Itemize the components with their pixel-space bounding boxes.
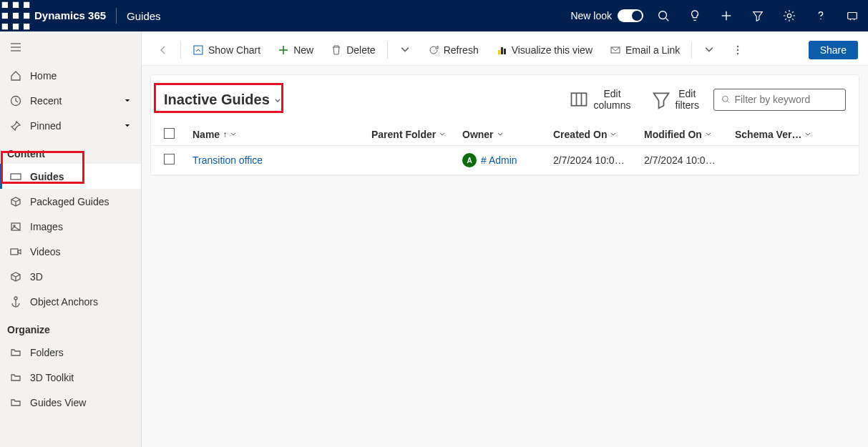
folder-icon (10, 397, 21, 408)
main-content: Show Chart New Delete Refresh Visualize … (142, 31, 868, 447)
app-launcher-icon[interactable] (0, 0, 31, 31)
sidebar: Home Recent Pinned Content Guides (0, 31, 142, 447)
back-button[interactable] (152, 41, 175, 59)
email-link-button[interactable]: Email a Link (604, 41, 686, 59)
edit-columns-button[interactable]: Edit columns (563, 85, 636, 114)
row-checkbox[interactable] (164, 154, 175, 164)
svg-rect-5 (24, 13, 29, 19)
svg-line-40 (728, 101, 729, 102)
grid-header: Name ↑ Parent Folder Owner Created On (151, 124, 859, 146)
sidebar-label: Guides (30, 171, 64, 182)
column-header-schema[interactable]: Schema Ver… (735, 129, 814, 140)
column-header-parent[interactable]: Parent Folder (371, 129, 462, 140)
video-icon (10, 246, 21, 257)
column-header-owner[interactable]: Owner (462, 129, 553, 140)
cmd-label: Share (820, 44, 847, 56)
sidebar-item-recent[interactable]: Recent (0, 88, 141, 113)
toggle-switch[interactable] (618, 9, 643, 22)
chevron-down-icon (274, 92, 281, 108)
svg-rect-2 (24, 2, 29, 8)
filter-input[interactable] (734, 94, 838, 105)
column-header-modified[interactable]: Modified On (644, 129, 735, 140)
visualize-button[interactable]: Visualize this view (490, 41, 598, 59)
delete-button[interactable]: Delete (325, 41, 381, 59)
refresh-button[interactable]: Refresh (422, 41, 484, 59)
svg-rect-21 (11, 174, 21, 180)
share-button[interactable]: Share (809, 41, 858, 59)
gear-icon[interactable] (774, 0, 805, 31)
sidebar-label: Guides View (30, 397, 86, 408)
sidebar-label: Packaged Guides (30, 196, 109, 207)
guide-icon (10, 171, 21, 182)
sidebar-item-videos[interactable]: Videos (0, 239, 141, 264)
chevron-down-icon (439, 129, 446, 140)
view-title-dropdown[interactable]: Inactive Guides (164, 92, 281, 108)
new-button[interactable]: New (272, 41, 319, 59)
app-name[interactable]: Guides (117, 10, 171, 22)
col-label: Modified On (644, 129, 702, 140)
svg-point-39 (723, 96, 728, 102)
lightbulb-icon[interactable] (679, 0, 711, 31)
table-row[interactable]: Transition office A # Admin 2/7/2024 10:… (151, 146, 859, 175)
svg-rect-6 (2, 24, 8, 29)
svg-point-33 (737, 45, 738, 46)
more-commands-button[interactable] (726, 41, 749, 59)
col-label: Owner (462, 129, 494, 140)
delete-dropdown[interactable] (394, 41, 416, 59)
sidebar-item-home[interactable]: Home (0, 63, 141, 88)
cmd-label: New (293, 44, 313, 56)
cmd-label: Visualize this view (512, 44, 593, 56)
hamburger-icon[interactable] (10, 41, 21, 53)
sidebar-item-images[interactable]: Images (0, 214, 141, 239)
edit-filters-button[interactable]: Edit filters (645, 85, 705, 114)
svg-rect-3 (2, 13, 8, 19)
sidebar-item-pinned[interactable]: Pinned (0, 113, 141, 138)
assistant-icon[interactable] (837, 0, 868, 31)
chevron-down-icon (705, 129, 712, 140)
owner-link[interactable]: # Admin (481, 154, 517, 166)
plus-icon[interactable] (711, 0, 742, 31)
sidebar-item-guides-view[interactable]: Guides View (0, 390, 141, 415)
filter-icon[interactable] (742, 0, 774, 31)
avatar: A (462, 153, 477, 167)
filter-search[interactable] (713, 89, 846, 111)
sidebar-item-3d-toolkit[interactable]: 3D Toolkit (0, 365, 141, 390)
svg-point-9 (659, 11, 667, 19)
sidebar-item-object-anchors[interactable]: Object Anchors (0, 289, 141, 314)
svg-rect-1 (13, 2, 19, 8)
sidebar-item-3d[interactable]: 3D (0, 264, 141, 289)
sidebar-label: 3D Toolkit (30, 372, 74, 383)
sidebar-item-packaged-guides[interactable]: Packaged Guides (0, 189, 141, 214)
col-label: Created On (553, 129, 607, 140)
sidebar-label: Object Anchors (30, 296, 98, 308)
svg-rect-29 (498, 50, 500, 54)
folder-icon (10, 372, 21, 383)
search-icon[interactable] (648, 0, 679, 31)
brand-label: Dynamics 365 (31, 8, 117, 24)
pin-icon (10, 120, 21, 132)
email-dropdown[interactable] (698, 41, 721, 59)
svg-point-25 (14, 297, 17, 300)
cmd-label: Refresh (444, 44, 479, 56)
column-header-name[interactable]: Name ↑ (192, 129, 371, 140)
show-chart-button[interactable]: Show Chart (187, 41, 266, 59)
image-icon (10, 221, 21, 232)
select-all-checkbox[interactable] (164, 128, 175, 139)
sidebar-item-folders[interactable]: Folders (0, 340, 141, 365)
column-header-created[interactable]: Created On (553, 129, 644, 140)
cube-icon (10, 271, 21, 283)
svg-rect-16 (848, 13, 857, 19)
new-look-toggle[interactable]: New look (570, 9, 643, 22)
help-icon[interactable] (805, 0, 837, 31)
sidebar-section-content: Content (0, 138, 141, 164)
chevron-down-icon (124, 120, 131, 132)
row-modified: 2/7/2024 10:0… (644, 154, 735, 166)
chevron-down-icon (804, 129, 811, 140)
svg-line-10 (666, 19, 669, 21)
sidebar-item-guides[interactable]: Guides (0, 164, 141, 189)
sidebar-label: Videos (30, 246, 61, 257)
row-name-link[interactable]: Transition office (192, 154, 263, 166)
sidebar-section-organize: Organize (0, 314, 141, 340)
clock-icon (10, 95, 21, 107)
row-owner[interactable]: A # Admin (462, 153, 553, 167)
